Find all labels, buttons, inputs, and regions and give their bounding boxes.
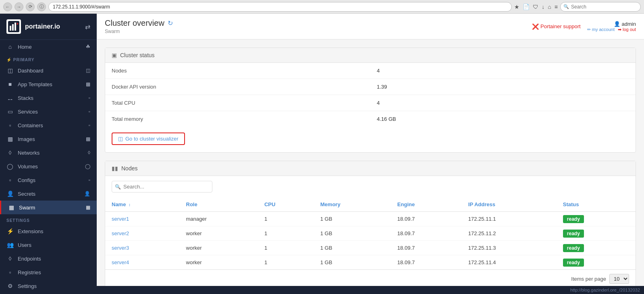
sidebar-logo: portainer.io ⇄ <box>0 14 97 40</box>
per-page-select[interactable]: 10 25 50 <box>609 274 629 284</box>
download-icon[interactable]: ↓ <box>542 4 544 10</box>
visualizer-btn-wrapper: ◫ Go to cluster visualizer <box>105 127 636 152</box>
registries-icon: ▫ <box>6 269 14 275</box>
sidebar-item-settings[interactable]: ⚙ Settings <box>0 279 97 293</box>
sidebar-item-endpoints[interactable]: ◊ Endpoints <box>0 252 97 265</box>
sidebar-item-dashboard[interactable]: ◫ Dashboard ◫ <box>0 64 97 77</box>
home-label: Home <box>18 44 32 50</box>
col-name[interactable]: Name ↕ <box>105 197 180 212</box>
node-cpu-cell: 1 <box>258 241 314 255</box>
col-role[interactable]: Role <box>180 197 258 212</box>
sidebar-item-extensions[interactable]: ⚡ Extensions <box>0 224 97 238</box>
shield-icon[interactable]: 🛡 <box>533 4 538 10</box>
sidebar-item-images[interactable]: ▩ Images ▩ <box>0 132 97 146</box>
page-title: Cluster overview ↻ <box>105 19 173 28</box>
col-cpu[interactable]: CPU <box>258 197 314 212</box>
settings-icon: ⚙ <box>6 283 14 289</box>
endpoints-icon: ◊ <box>6 255 14 262</box>
nodes-body: 🔍 Name ↕ Role CPU <box>105 176 636 286</box>
bookmark-icon[interactable]: ★ <box>514 4 519 10</box>
node-memory-cell: 1 GB <box>314 255 391 270</box>
reading-list-icon[interactable]: 📄 <box>523 4 530 10</box>
configs-icon: ▫ <box>6 177 14 183</box>
portainer-support-button[interactable]: ❌ Portainer support <box>532 23 581 30</box>
table-row: server3 worker 1 1 GB 18.09.7 172.25.11.… <box>105 241 636 255</box>
url-bar[interactable] <box>48 2 512 12</box>
col-engine[interactable]: Engine <box>391 197 462 212</box>
home-nav-icon: ☘ <box>86 44 90 50</box>
networks-nav-icon: ◊ <box>88 150 90 155</box>
server-link[interactable]: server1 <box>112 216 129 222</box>
back-button[interactable]: ← <box>3 2 12 11</box>
sidebar-item-swarm[interactable]: ▦ Swarm ▦ <box>0 201 97 214</box>
users-label: Users <box>18 242 31 248</box>
browser-search-input[interactable] <box>560 2 641 12</box>
dashboard-label: Dashboard <box>18 68 44 74</box>
log-out-link[interactable]: ➡ log out <box>618 27 636 32</box>
col-memory[interactable]: Memory <box>314 197 391 212</box>
user-name-text: admin <box>622 21 636 27</box>
configs-nav-icon: ▫ <box>89 177 90 183</box>
my-account-link[interactable]: ✏ my account <box>587 27 615 32</box>
node-name-cell: server1 <box>105 212 180 226</box>
app-templates-icon: ■ <box>6 81 14 87</box>
volumes-nav-icon: ◯ <box>85 164 90 169</box>
page-title-text: Cluster overview <box>105 19 164 28</box>
settings-label: Settings <box>18 283 37 289</box>
user-avatar-icon: 👤 <box>614 21 620 27</box>
node-ip-cell: 172.25.11.3 <box>462 241 557 255</box>
node-ip-cell: 172.25.11.2 <box>462 226 557 241</box>
transfer-icon[interactable]: ⇄ <box>85 23 90 31</box>
table-row: server2 worker 1 1 GB 18.09.7 172.25.11.… <box>105 226 636 241</box>
svg-rect-1 <box>10 26 11 31</box>
images-label: Images <box>18 136 35 142</box>
refresh-icon[interactable]: ↻ <box>168 19 173 27</box>
col-ip[interactable]: IP Address <box>462 197 557 212</box>
sidebar-item-services[interactable]: ▭ Services ▫ <box>0 105 97 118</box>
home-browser-icon[interactable]: ⌂ <box>548 4 551 10</box>
nodes-search-input[interactable] <box>112 181 212 193</box>
cluster-status-row: Docker API version1.39 <box>105 79 636 95</box>
cluster-status-row: Total memory4.16 GB <box>105 111 636 127</box>
sidebar-item-containers[interactable]: ▫ Containers ▫ <box>0 118 97 132</box>
sidebar-item-volumes[interactable]: ◯ Volumes ◯ <box>0 159 97 173</box>
sidebar-item-home[interactable]: ⌂ Home ☘ <box>0 40 97 54</box>
col-status[interactable]: Status <box>557 197 636 212</box>
app-templates-nav-icon: ▩ <box>86 81 90 87</box>
sidebar-item-secrets[interactable]: 👤 Secrets 👤 <box>0 187 97 201</box>
sidebar-item-networks[interactable]: ◊ Networks ◊ <box>0 146 97 159</box>
volumes-label: Volumes <box>18 164 38 170</box>
info-button[interactable]: ⓘ <box>37 2 46 11</box>
configs-label: Configs <box>18 177 35 183</box>
server-link[interactable]: server4 <box>112 259 129 265</box>
visualizer-icon: ◫ <box>118 136 123 142</box>
portainer-support-label: Portainer support <box>540 23 581 29</box>
sidebar-item-configs[interactable]: ▫ Configs ▫ <box>0 173 97 187</box>
logo-text: portainer.io <box>25 23 60 30</box>
nodes-table-header-row: Name ↕ Role CPU Memory Engine IP Address… <box>105 197 636 212</box>
logout-icon: ➡ <box>618 27 621 32</box>
sidebar-item-users[interactable]: 👥 Users <box>0 238 97 252</box>
services-icon: ▭ <box>6 108 14 115</box>
extensions-icon: ⚡ <box>6 228 14 234</box>
sidebar-item-app-templates[interactable]: ■ App Templates ▩ <box>0 77 97 91</box>
forward-button[interactable]: → <box>15 2 23 11</box>
node-memory-cell: 1 GB <box>314 226 391 241</box>
cluster-visualizer-button[interactable]: ◫ Go to cluster visualizer <box>112 133 185 145</box>
node-status-cell: ready <box>557 212 636 226</box>
cluster-status-title: Cluster status <box>120 52 155 58</box>
server-link[interactable]: server3 <box>112 245 129 251</box>
node-status-cell: ready <box>557 255 636 270</box>
node-status-cell: ready <box>557 241 636 255</box>
images-nav-icon: ▩ <box>86 136 90 142</box>
sidebar-item-stacks[interactable]: ⚋ Stacks ▫ <box>0 91 97 105</box>
sidebar-item-registries[interactable]: ▫ Registries <box>0 265 97 279</box>
dashboard-icon: ◫ <box>6 67 14 74</box>
users-icon: 👥 <box>6 242 14 248</box>
node-role-cell: worker <box>180 226 258 241</box>
reload-button[interactable]: ⟳ <box>26 2 35 11</box>
cluster-row-value: 4.16 GB <box>370 111 636 127</box>
server-link[interactable]: server2 <box>112 230 129 236</box>
menu-icon[interactable]: ≡ <box>555 4 558 10</box>
node-cpu-cell: 1 <box>258 255 314 270</box>
